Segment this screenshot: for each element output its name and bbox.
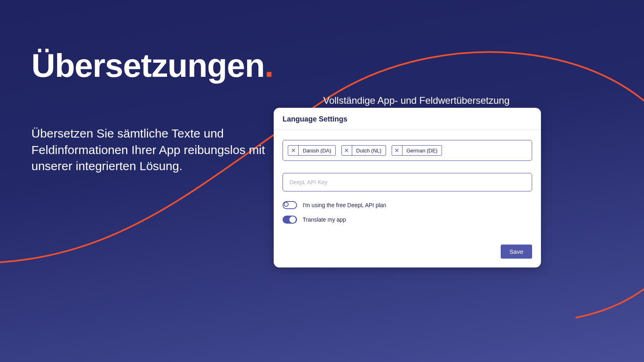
language-tag: ✕ German (DE) xyxy=(392,145,442,156)
toggle-free-plan-label: I'm using the free DeepL API plan xyxy=(303,202,386,208)
hero-block: Übersetzungen. Übersetzen Sie sämtliche … xyxy=(31,49,273,175)
api-key-field-wrapper xyxy=(283,173,532,191)
save-button[interactable]: Save xyxy=(501,245,532,259)
panel-caption: Vollständige App- und Feldwertübersetzun… xyxy=(323,95,510,106)
toggle-translate-label: Translate my app xyxy=(303,216,346,223)
close-icon[interactable]: ✕ xyxy=(342,146,352,155)
language-tag-label: Danish (DA) xyxy=(299,146,335,155)
panel-title: Language Settings xyxy=(274,108,541,130)
hero-subtitle: Übersetzen Sie sämtliche Texte und Feldi… xyxy=(31,125,273,175)
api-key-input[interactable] xyxy=(283,173,532,191)
headline-text: Übersetzungen xyxy=(31,47,264,84)
close-icon[interactable]: ✕ xyxy=(392,146,402,155)
close-icon[interactable]: ✕ xyxy=(288,146,299,155)
language-tag: ✕ Danish (DA) xyxy=(288,145,336,156)
toggle-free-plan-row: I'm using the free DeepL API plan xyxy=(283,201,532,209)
panel-footer: Save xyxy=(283,245,532,259)
language-tag-label: Dutch (NL) xyxy=(352,146,386,155)
language-tag-label: German (DE) xyxy=(402,146,442,155)
page-title: Übersetzungen. xyxy=(31,49,273,82)
toggle-free-plan[interactable] xyxy=(283,201,297,209)
headline-dot: . xyxy=(264,47,273,84)
language-settings-panel: Language Settings ✕ Danish (DA) ✕ Dutch … xyxy=(274,108,541,267)
language-tag: ✕ Dutch (NL) xyxy=(341,145,386,156)
toggle-translate-row: Translate my app xyxy=(283,216,532,224)
languages-input[interactable]: ✕ Danish (DA) ✕ Dutch (NL) ✕ German (DE) xyxy=(283,140,532,161)
toggle-translate-app[interactable] xyxy=(283,216,297,224)
panel-body: ✕ Danish (DA) ✕ Dutch (NL) ✕ German (DE)… xyxy=(274,130,541,267)
